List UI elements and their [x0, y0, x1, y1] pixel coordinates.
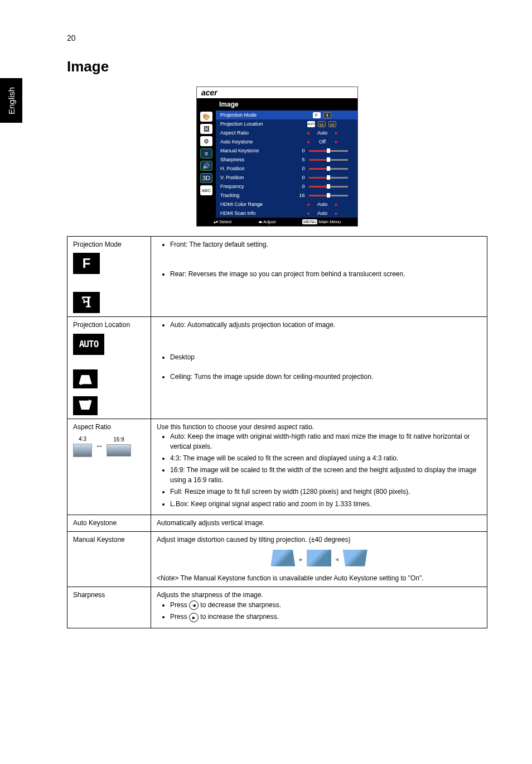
desktop-icon: [73, 369, 98, 388]
rear-icon: ꟻ: [73, 292, 100, 313]
cell-text: Adjusts the sharpness of the image.: [157, 590, 481, 600]
osd-nav-icon: 🔊: [200, 161, 212, 171]
osd-footer: ▴▾ Select ◂▸ Adjust MENU Main Menu: [197, 218, 357, 226]
cell-text: Adjust image distortion caused by tiltin…: [157, 535, 481, 545]
row-label: Aspect Ratio: [73, 422, 145, 432]
osd-nav-icon: 🎨: [200, 112, 212, 122]
osd-row: V. Position0: [216, 173, 357, 182]
right-arrow-icon: ▸: [189, 613, 199, 622]
osd-row: HDMI Scan Info◂Auto▸: [216, 209, 357, 218]
osd-row: Projection LocationAUTO▭▭: [216, 119, 357, 128]
svg-rect-3: [89, 400, 91, 403]
auto-icon: AUTO: [73, 334, 104, 355]
bullet: Auto: Automatically adjusts projection l…: [170, 320, 481, 330]
osd-title: Image: [197, 98, 357, 110]
language-tab: English: [0, 78, 22, 123]
bullet: Auto: Keep the image with original width…: [170, 432, 481, 451]
osd-row: Tracking16: [216, 191, 357, 200]
osd-row: H. Position0: [216, 164, 357, 173]
cell-text: Automatically adjusts vertical image.: [151, 515, 487, 531]
row-label: Auto Keystone: [67, 515, 151, 531]
row-label: Sharpness: [67, 587, 151, 628]
osd-nav-icon: 3D: [200, 173, 212, 183]
ceiling-icon: [73, 396, 98, 415]
osd-row: Manual Keystone0: [216, 146, 357, 155]
osd-row: Sharpness5: [216, 155, 357, 164]
aspect-ratio-icons: 4:3 ↔ 16:9: [73, 435, 145, 457]
bullet: Front: The factory default setting.: [170, 240, 481, 249]
row-label: Projection Location: [73, 320, 145, 330]
intro-text: Use this function to choose your desired…: [157, 422, 481, 432]
bullet: 16:9: The image will be scaled to fit th…: [170, 465, 481, 485]
row-label: Manual Keystone: [67, 532, 151, 587]
osd-screenshot: acer Image 🎨 🖼 ⚙ ≡ 🔊 3D ABC Projection M…: [196, 87, 358, 227]
left-arrow-icon: ◂: [189, 600, 199, 610]
svg-rect-1: [80, 381, 83, 385]
row-label: Projection Mode: [73, 240, 145, 249]
bullet: 4:3: The image will be scaled to fit the…: [170, 454, 481, 463]
osd-row: HDMI Color Range◂Auto▸: [216, 200, 357, 209]
bullet: Ceiling: Turns the image upside down for…: [170, 372, 481, 382]
osd-row: Auto Keystone◂Off▸: [216, 137, 357, 146]
osd-row: Aspect Ratio◂Auto▸: [216, 128, 357, 137]
osd-row: Frequency0: [216, 182, 357, 191]
osd-nav-icon: ABC: [200, 185, 212, 195]
bullet: Full: Resize image to fit full screen by…: [170, 487, 481, 497]
page-number: 20: [67, 33, 487, 42]
bullet: Desktop: [170, 353, 481, 362]
spec-table-main: Projection Mode F ꟻ Front: The factory d…: [67, 236, 487, 628]
bullet: Rear: Reverses the image so you can proj…: [170, 270, 481, 279]
bullet: L.Box: Keep original signal aspect ratio…: [170, 499, 481, 509]
osd-sidebar: 🎨 🖼 ⚙ ≡ 🔊 3D ABC: [197, 110, 216, 218]
front-icon: F: [73, 253, 100, 274]
osd-nav-icon: 🖼: [200, 124, 212, 134]
osd-nav-icon: ≡: [200, 148, 212, 158]
section-title: Image: [67, 58, 487, 75]
bullet: Press ▸ to increase the sharpness.: [170, 612, 481, 622]
osd-rows: Projection ModeFꟻProjection LocationAUTO…: [216, 110, 357, 218]
bullet: Press ◂ to decrease the sharpness.: [170, 600, 481, 610]
osd-nav-icon: ⚙: [200, 136, 212, 146]
note-text: <Note> The Manual Keystone function is u…: [157, 574, 481, 583]
keystone-diagram: ▸ ◂: [157, 550, 481, 569]
osd-brand: acer: [197, 87, 357, 98]
osd-row: Projection ModeFꟻ: [216, 110, 357, 119]
